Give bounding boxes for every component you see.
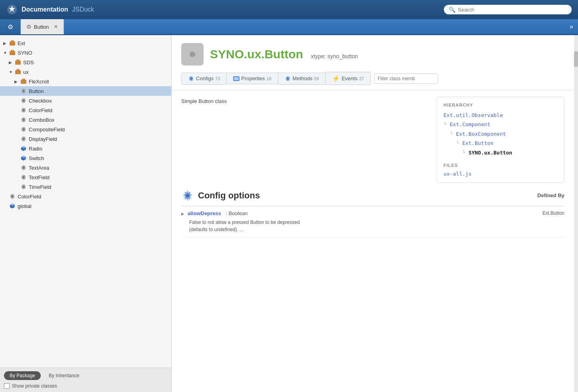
- svg-point-21: [23, 109, 25, 111]
- hierarchy-tree: Ext.util.Observable └ Ext.Component └ Ex…: [443, 111, 558, 157]
- config-section: Config options Defined By ▶ allowDepress…: [172, 189, 574, 247]
- svg-point-41: [23, 186, 25, 188]
- hierarchy-item-3[interactable]: └ Ext.Button: [443, 139, 558, 148]
- tree-item-radio[interactable]: Radio: [0, 144, 171, 153]
- config-desc-allowdepress: False to not allow a pressed Button to b…: [181, 219, 564, 233]
- package-icon-ux: [14, 68, 22, 75]
- filter-input[interactable]: [374, 73, 438, 84]
- svg-point-56: [186, 194, 190, 198]
- tab-overflow-button[interactable]: »: [565, 19, 578, 34]
- package-icon-syno: [9, 49, 16, 56]
- tree-item-ux[interactable]: ▼ ux: [0, 67, 171, 77]
- tab-close-button[interactable]: ✕: [54, 24, 58, 30]
- methods-tab-count: 59: [314, 76, 319, 81]
- member-tabs: Configs 73 Properties 10 Methods 59: [172, 72, 574, 90]
- tree-item-textfield[interactable]: TextField: [0, 172, 171, 182]
- tree-item-colorfield2[interactable]: ColorField: [0, 192, 171, 201]
- hierarchy-link-current: SYNO.ux.Button: [469, 150, 513, 156]
- config-header: Config options Defined By: [181, 189, 564, 206]
- tree-item-button[interactable]: Button: [0, 86, 171, 96]
- config-expand-arrow[interactable]: ▶: [181, 212, 184, 216]
- button-tab[interactable]: ⚙ Button ✕: [21, 19, 64, 34]
- svg-rect-52: [234, 77, 239, 81]
- tree-arrow-ext: ▶: [3, 41, 9, 46]
- tree-arrow-button: [14, 89, 20, 93]
- tree-arrow-compositefield: [14, 127, 20, 132]
- tree-item-syno[interactable]: ▼ SYNO: [0, 48, 171, 57]
- tab-events[interactable]: ⚡ Events 27: [326, 72, 371, 85]
- gear-icon-button: [20, 87, 27, 95]
- svg-point-51: [190, 77, 192, 79]
- content-scrollbar[interactable]: [574, 35, 578, 392]
- hierarchy-item-2[interactable]: └ Ext.BoxComponent: [443, 129, 558, 139]
- settings-tab[interactable]: ⚙: [0, 19, 21, 34]
- tree-label-checkbox: Checkbox: [29, 98, 52, 104]
- cube-icon-global: [9, 202, 16, 210]
- tree-item-displayfield[interactable]: DisplayField: [0, 134, 171, 144]
- tab-properties[interactable]: Properties 10: [227, 73, 278, 84]
- class-icon: [181, 43, 204, 65]
- tree-arrow-flexcroll: ▶: [14, 79, 20, 84]
- tree-item-timefield[interactable]: TimeField: [0, 182, 171, 192]
- package-icon-ext: [9, 40, 16, 47]
- configs-tab-count: 73: [215, 76, 220, 81]
- tree-item-flexcroll[interactable]: ▶ FleXcroll: [0, 77, 171, 86]
- tree-arrow-colorfield: [14, 108, 20, 113]
- tree-item-checkbox[interactable]: Checkbox: [0, 96, 171, 105]
- tab-configs[interactable]: Configs 73: [181, 73, 227, 85]
- hierarchy-link-0[interactable]: Ext.util.Observable: [443, 112, 503, 118]
- tree-item-colorfield[interactable]: ColorField: [0, 105, 171, 115]
- tree-arrow-displayfield: [14, 137, 20, 141]
- tree-label-textarea: TextArea: [29, 165, 49, 171]
- search-input[interactable]: [458, 7, 567, 13]
- svg-point-43: [12, 196, 14, 198]
- config-name-allowdepress[interactable]: allowDepress: [188, 210, 221, 216]
- properties-tab-label: Properties: [241, 75, 265, 81]
- tree-label-colorfield: ColorField: [29, 107, 52, 113]
- tree-label-sds: SDS: [23, 59, 34, 65]
- hierarchy-item-1[interactable]: └ Ext.Component: [443, 120, 558, 129]
- svg-point-17: [23, 90, 25, 92]
- tree-item-switch[interactable]: Switch: [0, 153, 171, 163]
- tab-methods[interactable]: Methods 59: [278, 73, 326, 85]
- class-description: Simple Button class: [181, 97, 430, 183]
- by-inheritance-button[interactable]: By Inheritance: [43, 371, 85, 380]
- show-private-checkbox[interactable]: [4, 383, 10, 389]
- hierarchy-link-1[interactable]: Ext.Component: [450, 121, 491, 127]
- tree-item-global[interactable]: global: [0, 201, 171, 211]
- search-box[interactable]: 🔍: [444, 5, 572, 14]
- tree-item-compositefield[interactable]: CompositeField: [0, 125, 171, 134]
- tree-label-radio: Radio: [29, 146, 42, 152]
- config-defined-by-allowdepress: Ext.Button: [542, 210, 564, 216]
- gear-icon-displayfield: [20, 135, 27, 143]
- config-item-header: ▶ allowDepress : Boolean Ext.Button: [181, 210, 564, 216]
- gear-icon-compositefield: [20, 126, 27, 133]
- tree-label-colorfield2: ColorField: [18, 194, 41, 200]
- tree-arrow-syno: ▼: [3, 51, 9, 55]
- tree-label-displayfield: DisplayField: [29, 136, 57, 142]
- svg-rect-3: [12, 41, 13, 43]
- content-scrollbar-thumb[interactable]: [574, 51, 578, 67]
- tree-label-switch: Switch: [29, 155, 44, 161]
- tree-item-textarea[interactable]: TextArea: [0, 163, 171, 172]
- hierarchy-link-2[interactable]: Ext.BoxComponent: [456, 131, 506, 137]
- gear-icon-textfield: [20, 174, 27, 181]
- config-section-title: Config options: [198, 190, 260, 201]
- gear-icon-timefield: [20, 183, 27, 190]
- gear-icon-textarea: [20, 164, 27, 171]
- by-package-button[interactable]: By Package: [4, 371, 41, 380]
- tab-label: Button: [34, 24, 49, 30]
- tree-item-sds[interactable]: ▶ SDS: [0, 57, 171, 67]
- tree-item-ext[interactable]: ▶ Ext: [0, 38, 171, 48]
- config-item-allowdepress: ▶ allowDepress : Boolean Ext.Button Fals…: [181, 206, 564, 238]
- svg-point-54: [287, 77, 289, 79]
- class-header: SYNO.ux.Button xtype: syno_button: [172, 35, 574, 72]
- svg-point-39: [23, 176, 25, 178]
- file-link-0[interactable]: ux-all.js: [443, 171, 471, 177]
- app-title: Documentation: [22, 6, 68, 13]
- hierarchy-link-3[interactable]: Ext.Button: [462, 140, 493, 146]
- cube-icon-radio: [20, 145, 27, 152]
- tree-item-combobox[interactable]: ComboBox: [0, 115, 171, 125]
- hierarchy-item-0[interactable]: Ext.util.Observable: [443, 111, 558, 120]
- cube-icon-switch: [20, 154, 27, 162]
